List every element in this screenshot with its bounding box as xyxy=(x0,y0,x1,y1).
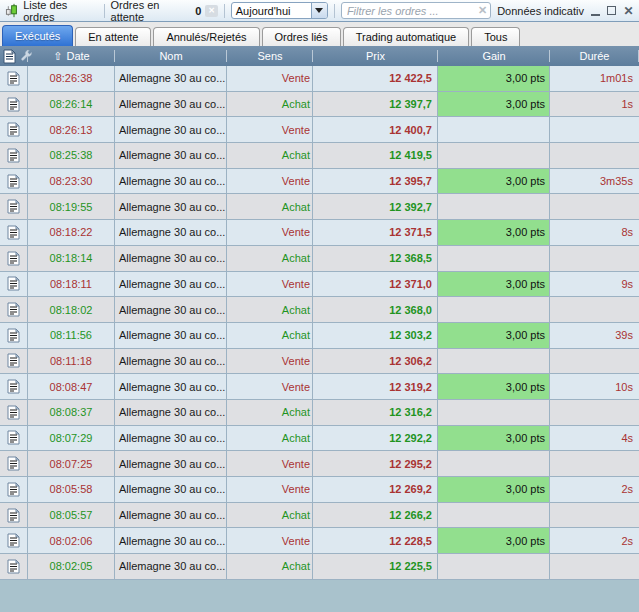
order-time: 08:26:38 xyxy=(28,66,115,91)
order-detail-cell xyxy=(0,426,28,451)
order-row[interactable]: 08:18:02 Allemagne 30 au co... Achat 12 … xyxy=(0,297,639,323)
close-button[interactable]: ✕ xyxy=(623,6,634,16)
order-gain: 3,00 pts xyxy=(438,272,550,297)
order-document-icon[interactable] xyxy=(7,199,20,214)
order-price: 12 397,7 xyxy=(313,92,438,117)
order-document-icon[interactable] xyxy=(7,302,20,317)
order-document-icon[interactable] xyxy=(7,251,20,266)
column-header-sens[interactable]: Sens xyxy=(227,46,313,66)
pending-orders-tab[interactable]: Ordres en attente 0 ✕ xyxy=(111,0,218,23)
column-header-prix[interactable]: Prix xyxy=(313,46,438,66)
order-price: 12 225,5 xyxy=(313,554,438,579)
separator xyxy=(334,4,335,18)
order-price: 12 316,2 xyxy=(313,400,438,425)
order-document-icon[interactable] xyxy=(7,353,20,368)
order-price: 12 292,2 xyxy=(313,426,438,451)
order-name: Allemagne 30 au co... xyxy=(115,554,227,579)
status-tab-tous[interactable]: Tous xyxy=(471,27,520,46)
order-row[interactable]: 08:02:05 Allemagne 30 au co... Achat 12 … xyxy=(0,554,639,580)
order-gain: 3,00 pts xyxy=(438,169,550,194)
order-side: Achat xyxy=(227,400,313,425)
order-time: 08:08:37 xyxy=(28,400,115,425)
order-side: Vente xyxy=(227,169,313,194)
order-row[interactable]: 08:26:14 Allemagne 30 au co... Achat 12 … xyxy=(0,92,639,118)
column-header-nom[interactable]: Nom xyxy=(115,46,227,66)
order-duration xyxy=(550,143,639,168)
order-time: 08:26:13 xyxy=(28,117,115,142)
column-header-date[interactable]: ⇧ Date xyxy=(28,46,115,66)
order-gain: 3,00 pts xyxy=(438,66,550,91)
order-row[interactable]: 08:18:14 Allemagne 30 au co... Achat 12 … xyxy=(0,246,639,272)
order-document-icon[interactable] xyxy=(7,430,20,445)
column-header-duree[interactable]: Durée xyxy=(550,46,639,66)
column-header-gain[interactable]: Gain xyxy=(438,46,550,66)
period-select-button[interactable] xyxy=(311,3,327,18)
order-row[interactable]: 08:11:18 Allemagne 30 au co... Vente 12 … xyxy=(0,349,639,375)
orders-window: Liste des ordres Ordres en attente 0 ✕ A… xyxy=(0,0,639,612)
orders-table-body: 08:26:38 Allemagne 30 au co... Vente 12 … xyxy=(0,66,639,580)
order-document-icon[interactable] xyxy=(7,225,20,240)
document-icon[interactable] xyxy=(3,49,16,64)
pending-orders-count: 0 xyxy=(195,5,201,17)
order-row[interactable]: 08:18:22 Allemagne 30 au co... Vente 12 … xyxy=(0,220,639,246)
maximize-button[interactable] xyxy=(607,6,616,15)
order-row[interactable]: 08:23:30 Allemagne 30 au co... Vente 12 … xyxy=(0,169,639,195)
order-detail-cell xyxy=(0,246,28,271)
order-duration: 2s xyxy=(550,477,639,502)
order-row[interactable]: 08:26:38 Allemagne 30 au co... Vente 12 … xyxy=(0,66,639,92)
period-select[interactable]: Aujourd'hui xyxy=(231,2,328,19)
order-row[interactable]: 08:18:11 Allemagne 30 au co... Vente 12 … xyxy=(0,272,639,298)
order-time: 08:18:02 xyxy=(28,297,115,322)
order-document-icon[interactable] xyxy=(7,379,20,394)
order-side: Vente xyxy=(227,272,313,297)
order-row[interactable]: 08:25:38 Allemagne 30 au co... Achat 12 … xyxy=(0,143,639,169)
order-price: 12 295,2 xyxy=(313,451,438,476)
order-document-icon[interactable] xyxy=(7,97,20,112)
status-tab-trading-automatique[interactable]: Trading automatique xyxy=(343,27,470,46)
order-document-icon[interactable] xyxy=(7,276,20,291)
order-document-icon[interactable] xyxy=(7,328,20,343)
order-document-icon[interactable] xyxy=(7,533,20,548)
order-row[interactable]: 08:07:29 Allemagne 30 au co... Achat 12 … xyxy=(0,426,639,452)
order-document-icon[interactable] xyxy=(7,405,20,420)
order-detail-cell xyxy=(0,66,28,91)
order-row[interactable]: 08:07:25 Allemagne 30 au co... Vente 12 … xyxy=(0,451,639,477)
order-row[interactable]: 08:05:58 Allemagne 30 au co... Vente 12 … xyxy=(0,477,639,503)
order-document-icon[interactable] xyxy=(7,559,20,574)
clear-filter-icon[interactable]: ✕ xyxy=(478,4,487,17)
order-row[interactable]: 08:08:47 Allemagne 30 au co... Vente 12 … xyxy=(0,374,639,400)
order-time: 08:02:05 xyxy=(28,554,115,579)
order-document-icon[interactable] xyxy=(7,456,20,471)
order-row[interactable]: 08:02:06 Allemagne 30 au co... Vente 12 … xyxy=(0,528,639,554)
order-name: Allemagne 30 au co... xyxy=(115,220,227,245)
minimize-button[interactable] xyxy=(591,6,600,16)
order-name: Allemagne 30 au co... xyxy=(115,451,227,476)
order-time: 08:25:38 xyxy=(28,143,115,168)
order-document-icon[interactable] xyxy=(7,122,20,137)
filter-orders-input[interactable] xyxy=(341,2,491,19)
order-price: 12 371,0 xyxy=(313,272,438,297)
wrench-settings-icon[interactable] xyxy=(20,49,33,62)
order-row[interactable]: 08:08:37 Allemagne 30 au co... Achat 12 … xyxy=(0,400,639,426)
order-price: 12 422,5 xyxy=(313,66,438,91)
order-side: Vente xyxy=(227,117,313,142)
order-row[interactable]: 08:26:13 Allemagne 30 au co... Vente 12 … xyxy=(0,117,639,143)
orders-list-window-tab[interactable]: Liste des ordres xyxy=(5,0,98,23)
status-tab-ordres-li-s[interactable]: Ordres liés xyxy=(262,27,341,46)
order-row[interactable]: 08:05:57 Allemagne 30 au co... Achat 12 … xyxy=(0,503,639,529)
order-time: 08:11:56 xyxy=(28,323,115,348)
status-tab-annul-s-rejet-s[interactable]: Annulés/Rejetés xyxy=(153,27,259,46)
order-name: Allemagne 30 au co... xyxy=(115,272,227,297)
order-duration: 1s xyxy=(550,92,639,117)
order-document-icon[interactable] xyxy=(7,71,20,86)
order-document-icon[interactable] xyxy=(7,508,20,523)
close-pending-tab-icon[interactable]: ✕ xyxy=(205,5,217,17)
order-document-icon[interactable] xyxy=(7,174,20,189)
order-row[interactable]: 08:11:56 Allemagne 30 au co... Achat 12 … xyxy=(0,323,639,349)
status-tab-ex-cut-s[interactable]: Exécutés xyxy=(2,25,73,46)
order-document-icon[interactable] xyxy=(7,482,20,497)
order-name: Allemagne 30 au co... xyxy=(115,194,227,219)
order-document-icon[interactable] xyxy=(7,148,20,163)
status-tab-en-attente[interactable]: En attente xyxy=(75,27,151,46)
order-row[interactable]: 08:19:55 Allemagne 30 au co... Achat 12 … xyxy=(0,194,639,220)
